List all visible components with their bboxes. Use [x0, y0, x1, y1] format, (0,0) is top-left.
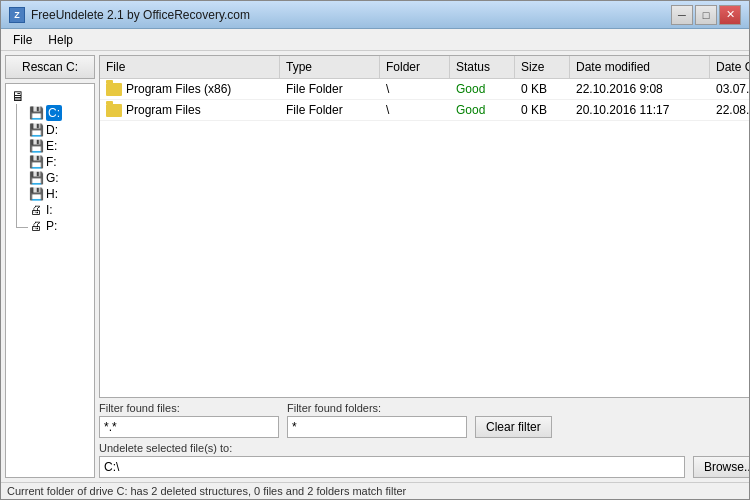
drive-item-d[interactable]: 💾 D: — [28, 122, 62, 138]
cell-size-1: 0 KB — [515, 100, 570, 120]
left-panel: Rescan C: 🖥 💾 C: 💾 D: — [5, 55, 95, 478]
file-list-body: Program Files (x86) File Folder \ Good 0… — [100, 79, 749, 397]
computer-icon: 🖥 — [10, 89, 26, 103]
drive-h-label: H: — [46, 187, 58, 201]
cell-name-0: Program Files (x86) — [100, 79, 280, 99]
drive-item-i[interactable]: 🖨 I: — [28, 202, 62, 218]
drive-f-label: F: — [46, 155, 57, 169]
drive-item-f[interactable]: 💾 F: — [28, 154, 62, 170]
col-header-status[interactable]: Status — [450, 56, 515, 78]
drive-e-label: E: — [46, 139, 57, 153]
window-title: FreeUndelete 2.1 by OfficeRecovery.com — [31, 8, 250, 22]
filter-folders-group: Filter found folders: — [287, 402, 467, 438]
main-content: Rescan C: 🖥 💾 C: 💾 D: — [1, 51, 749, 482]
menu-bar: File Help — [1, 29, 749, 51]
col-header-file[interactable]: File — [100, 56, 280, 78]
filter-row: Filter found files: Filter found folders… — [99, 402, 749, 438]
file-list-header: File Type Folder Status Size Date modifi… — [100, 56, 749, 79]
destination-row: Undelete selected file(s) to: Browse... — [99, 442, 749, 478]
browse-button[interactable]: Browse... — [693, 456, 749, 478]
title-bar: Z FreeUndelete 2.1 by OfficeRecovery.com… — [1, 1, 749, 29]
cell-type-0: File Folder — [280, 79, 380, 99]
cell-date-created-1: 22.08.2013 8:36 — [710, 100, 749, 120]
computer-item[interactable]: 🖥 — [10, 88, 90, 104]
drive-item-p[interactable]: 🖨 P: — [28, 218, 62, 234]
cell-status-1: Good — [450, 100, 515, 120]
file-list-container: File Type Folder Status Size Date modifi… — [99, 55, 749, 398]
close-button[interactable]: ✕ — [719, 5, 741, 25]
clear-filter-button[interactable]: Clear filter — [475, 416, 552, 438]
table-row[interactable]: Program Files (x86) File Folder \ Good 0… — [100, 79, 749, 100]
drive-p-icon: 🖨 — [28, 219, 44, 233]
destination-group: Undelete selected file(s) to: — [99, 442, 685, 478]
bottom-section: Filter found files: Filter found folders… — [99, 402, 749, 478]
cell-status-0: Good — [450, 79, 515, 99]
cell-folder-0: \ — [380, 79, 450, 99]
drive-tree: 🖥 💾 C: 💾 D: 💾 — [5, 83, 95, 478]
drive-p-label: P: — [46, 219, 57, 233]
drive-item-c[interactable]: 💾 C: — [28, 104, 62, 122]
col-header-date-modified[interactable]: Date modified — [570, 56, 710, 78]
drive-c-icon: 💾 — [28, 106, 44, 120]
table-row[interactable]: Program Files File Folder \ Good 0 KB 20… — [100, 100, 749, 121]
maximize-button[interactable]: □ — [695, 5, 717, 25]
cell-type-1: File Folder — [280, 100, 380, 120]
filter-files-group: Filter found files: — [99, 402, 279, 438]
drive-d-label: D: — [46, 123, 58, 137]
destination-input[interactable] — [99, 456, 685, 478]
cell-size-0: 0 KB — [515, 79, 570, 99]
col-header-type[interactable]: Type — [280, 56, 380, 78]
col-header-date-created[interactable]: Date Created — [710, 56, 749, 78]
app-icon: Z — [9, 7, 25, 23]
title-bar-left: Z FreeUndelete 2.1 by OfficeRecovery.com — [9, 7, 671, 23]
cell-date-mod-1: 20.10.2016 11:17 — [570, 100, 710, 120]
main-window: Z FreeUndelete 2.1 by OfficeRecovery.com… — [0, 0, 750, 500]
drive-d-icon: 💾 — [28, 123, 44, 137]
minimize-button[interactable]: ─ — [671, 5, 693, 25]
drive-h-icon: 💾 — [28, 187, 44, 201]
right-panel: File Type Folder Status Size Date modifi… — [99, 55, 749, 478]
drive-i-icon: 🖨 — [28, 203, 44, 217]
drive-g-icon: 💾 — [28, 171, 44, 185]
cell-folder-1: \ — [380, 100, 450, 120]
drive-i-label: I: — [46, 203, 53, 217]
drive-item-h[interactable]: 💾 H: — [28, 186, 62, 202]
menu-help[interactable]: Help — [40, 31, 81, 49]
status-bar: Current folder of drive C: has 2 deleted… — [1, 482, 749, 499]
drive-c-label[interactable]: C: — [46, 105, 62, 121]
filter-folders-input[interactable] — [287, 416, 467, 438]
cell-date-mod-0: 22.10.2016 9:08 — [570, 79, 710, 99]
destination-label: Undelete selected file(s) to: — [99, 442, 685, 454]
filter-folders-label: Filter found folders: — [287, 402, 467, 414]
menu-file[interactable]: File — [5, 31, 40, 49]
drive-g-label: G: — [46, 171, 59, 185]
rescan-button[interactable]: Rescan C: — [5, 55, 95, 79]
status-text: Current folder of drive C: has 2 deleted… — [7, 485, 406, 497]
cell-date-created-0: 03.07.13583 10:... — [710, 79, 749, 99]
col-header-size[interactable]: Size — [515, 56, 570, 78]
drive-f-icon: 💾 — [28, 155, 44, 169]
folder-icon — [106, 83, 122, 96]
title-controls: ─ □ ✕ — [671, 5, 741, 25]
drive-e-icon: 💾 — [28, 139, 44, 153]
cell-name-1: Program Files — [100, 100, 280, 120]
folder-icon — [106, 104, 122, 117]
drive-item-g[interactable]: 💾 G: — [28, 170, 62, 186]
drive-item-e[interactable]: 💾 E: — [28, 138, 62, 154]
filter-files-label: Filter found files: — [99, 402, 279, 414]
filter-files-input[interactable] — [99, 416, 279, 438]
col-header-folder[interactable]: Folder — [380, 56, 450, 78]
